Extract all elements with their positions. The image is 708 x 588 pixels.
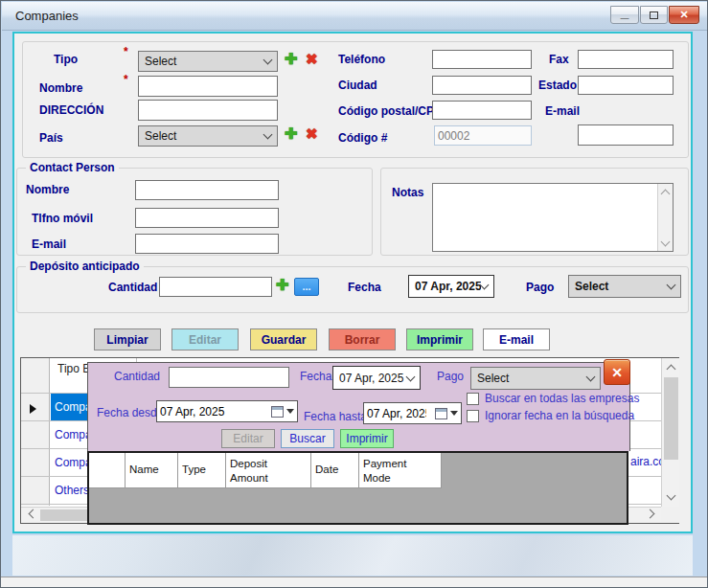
codigo-postal-input[interactable] [432, 101, 532, 120]
add-pais-icon[interactable]: ✚ [285, 124, 297, 144]
scroll-up-icon[interactable] [658, 185, 673, 199]
calendar-icon [271, 406, 284, 418]
current-row-icon [30, 404, 36, 414]
fecha-hasta-picker[interactable]: 07 Apr, 2025 [363, 402, 462, 424]
tipo-required-mark: * [124, 45, 128, 58]
grid-vertical-scrollbar[interactable] [661, 358, 679, 507]
fecha-combo-value: 07 Apr, 2025 [415, 280, 481, 293]
guardar-button[interactable]: Guardar [250, 328, 317, 351]
email-button[interactable]: E-mail [483, 328, 550, 351]
dropdown-arrow-icon [286, 409, 294, 414]
chevron-down-icon [480, 281, 490, 290]
imprimir-button[interactable]: Imprimir [406, 328, 473, 351]
window-title: Companies [15, 9, 79, 23]
popup-pago-label: Pago [437, 370, 464, 383]
maximize-icon [650, 11, 658, 19]
add-deposito-icon[interactable]: ✚ [276, 276, 288, 295]
scroll-down-icon[interactable] [658, 236, 673, 250]
close-icon: ✕ [611, 365, 623, 380]
delete-tipo-icon[interactable]: ✖ [306, 50, 318, 69]
scroll-down-icon[interactable] [663, 489, 679, 505]
browse-button[interactable]: ... [294, 278, 319, 296]
deposits-grid-header[interactable]: Name [126, 453, 178, 488]
all-companies-checkbox[interactable] [467, 393, 479, 405]
all-companies-checkbox-label: Buscar en todas las empresas [485, 392, 639, 405]
minimize-icon: — [621, 13, 629, 23]
notas-scrollbar[interactable] [657, 184, 673, 251]
nombre-input[interactable] [138, 76, 278, 97]
popup-pago-value: Select [477, 372, 587, 385]
grid-cell-email-fragment[interactable]: aira.com [630, 455, 661, 468]
estado-label: Estado [538, 79, 577, 92]
contact-movil-label: Tlfno móvil [32, 212, 93, 225]
row-selector-column [21, 358, 50, 506]
codigo-postal-label: Código postal/CP [338, 104, 434, 118]
deposits-grid[interactable]: Name Type Deposit Amount Date Payment Mo… [87, 451, 628, 525]
cantidad-label: Cantidad [108, 281, 157, 294]
direccion-label: DIRECCIÓN [39, 103, 103, 117]
contact-legend: Contact Person [26, 161, 119, 174]
contact-movil-input[interactable] [135, 208, 279, 228]
popup-editar-button[interactable]: Editar [221, 429, 275, 448]
popup-imprimir-button[interactable]: Imprimir [340, 429, 394, 448]
deposits-grid-header[interactable]: Payment Mode [359, 453, 442, 488]
chevron-down-icon [667, 281, 676, 290]
minimize-button[interactable]: — [610, 6, 639, 24]
title-bar[interactable]: Companies [2, 2, 708, 31]
popup-pago-select[interactable]: Select [470, 367, 601, 390]
popup-fecha-combo[interactable]: 07 Apr, 2025 [332, 366, 421, 390]
pago-label: Pago [526, 281, 554, 294]
contact-nombre-input[interactable] [135, 180, 279, 200]
notas-textarea[interactable] [432, 183, 674, 252]
add-tipo-icon[interactable]: ✚ [285, 50, 297, 69]
scrollbar-thumb[interactable] [664, 377, 678, 460]
telefono-input[interactable] [432, 50, 532, 69]
deposits-grid-selector-header [89, 453, 126, 488]
close-icon: ✕ [679, 9, 688, 21]
fax-input[interactable] [578, 50, 674, 69]
popup-close-button[interactable]: ✕ [604, 359, 630, 385]
fecha-combo[interactable]: 07 Apr, 2025 [408, 275, 494, 298]
editar-button[interactable]: Editar [171, 328, 239, 351]
dropdown-arrow-icon [450, 411, 458, 416]
close-button[interactable]: ✕ [669, 6, 699, 24]
popup-cantidad-label: Cantidad [114, 370, 160, 383]
email-input[interactable] [578, 124, 674, 146]
ciudad-input[interactable] [432, 76, 532, 95]
limpiar-button[interactable]: Limpiar [94, 328, 161, 351]
tipo-select[interactable]: Select [138, 51, 278, 72]
deposits-grid-header[interactable]: Deposit Amount [226, 453, 311, 488]
maximize-button[interactable] [640, 6, 668, 24]
cantidad-input[interactable] [159, 277, 272, 297]
popup-fecha-value: 07 Apr, 2025 [339, 372, 407, 385]
fecha-desde-value: 07 Apr, 2025 [160, 405, 224, 418]
fecha-label: Fecha [348, 281, 381, 294]
scroll-up-icon[interactable] [663, 360, 679, 375]
pago-select[interactable]: Select [568, 275, 681, 298]
pais-select[interactable]: Select [138, 125, 278, 147]
fecha-desde-picker[interactable]: 07 Apr, 2025 [156, 400, 298, 422]
scroll-left-icon[interactable] [23, 509, 38, 522]
nombre-required-mark: * [124, 73, 128, 86]
scroll-right-icon[interactable] [644, 509, 659, 522]
deposits-grid-header[interactable]: Type [178, 453, 226, 488]
popup-cantidad-input[interactable] [169, 367, 289, 388]
deposits-grid-header[interactable]: Date [311, 453, 359, 488]
popup-buscar-button[interactable]: Buscar [281, 429, 334, 448]
deposito-legend: Depósito anticipado [26, 260, 144, 273]
contact-email-label: E-mail [32, 237, 66, 251]
fax-label: Fax [549, 53, 569, 66]
email-label: E-mail [545, 104, 580, 118]
chevron-down-icon [263, 130, 273, 140]
estado-input[interactable] [578, 76, 674, 95]
chevron-down-icon [406, 372, 416, 381]
delete-pais-icon[interactable]: ✖ [306, 124, 318, 144]
ignore-date-checkbox[interactable] [467, 410, 479, 422]
chevron-down-icon [586, 373, 596, 382]
borrar-button[interactable]: Borrar [329, 328, 396, 351]
notas-label: Notas [392, 186, 423, 199]
direccion-input[interactable] [138, 100, 278, 121]
pais-label: País [39, 131, 63, 145]
contact-email-input[interactable] [135, 234, 279, 254]
ciudad-label: Ciudad [338, 79, 377, 92]
